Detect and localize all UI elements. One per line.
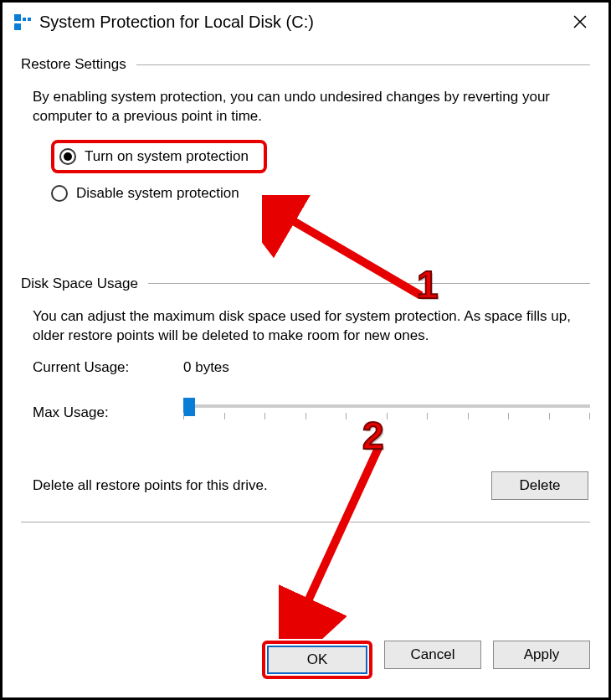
max-usage-slider[interactable] xyxy=(183,396,590,430)
ok-button[interactable]: OK xyxy=(267,646,367,674)
footer-divider xyxy=(21,522,590,522)
window-title: System Protection for Local Disk (C:) xyxy=(39,13,314,32)
divider xyxy=(136,64,590,65)
current-usage-row: Current Usage: 0 bytes xyxy=(21,359,590,376)
radio-disable[interactable]: Disable system protection xyxy=(51,185,590,202)
current-usage-value: 0 bytes xyxy=(183,359,229,376)
close-button[interactable] xyxy=(563,5,597,39)
radio-icon xyxy=(59,148,76,165)
slider-ticks xyxy=(183,413,590,419)
divider xyxy=(148,283,590,284)
restore-header-label: Restore Settings xyxy=(21,56,126,73)
radio-icon xyxy=(51,185,68,202)
content-area: Restore Settings By enabling system prot… xyxy=(3,41,608,500)
protection-radio-group: Turn on system protection Disable system… xyxy=(21,140,590,202)
radio-turn-on[interactable]: Turn on system protection xyxy=(59,148,249,165)
radio-off-label: Disable system protection xyxy=(76,185,239,202)
restore-header: Restore Settings xyxy=(21,56,590,73)
delete-button[interactable]: Delete xyxy=(491,471,588,500)
apply-button[interactable]: Apply xyxy=(493,641,590,669)
radio-on-label: Turn on system protection xyxy=(85,148,249,165)
drive-icon xyxy=(14,13,31,30)
dialog-footer: OK Cancel Apply xyxy=(21,641,590,679)
usage-header-label: Disk Space Usage xyxy=(21,275,138,292)
slider-track xyxy=(183,404,590,408)
usage-header: Disk Space Usage xyxy=(21,275,590,292)
delete-description: Delete all restore points for this drive… xyxy=(33,477,268,494)
delete-row: Delete all restore points for this drive… xyxy=(21,430,590,500)
annotation-highlight-2: OK xyxy=(262,641,372,679)
usage-description: You can adjust the maximum disk space us… xyxy=(21,307,590,359)
max-usage-label: Max Usage: xyxy=(33,404,183,421)
titlebar: System Protection for Local Disk (C:) xyxy=(3,3,608,41)
current-usage-label: Current Usage: xyxy=(33,359,183,376)
restore-description: By enabling system protection, you can u… xyxy=(21,88,590,140)
annotation-highlight-1: Turn on system protection xyxy=(51,140,267,173)
cancel-button[interactable]: Cancel xyxy=(384,641,481,669)
max-usage-row: Max Usage: xyxy=(21,396,590,430)
